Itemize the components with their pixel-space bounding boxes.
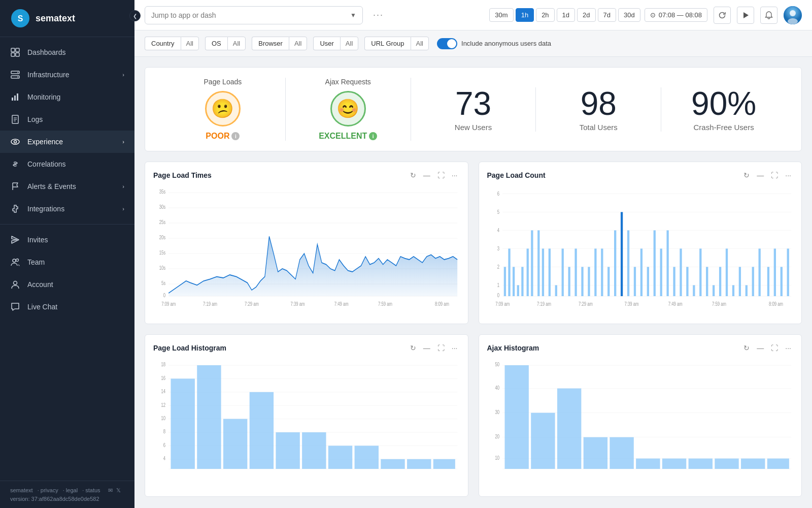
svg-rect-160 [636, 459, 660, 469]
footer-link-legal[interactable]: legal [66, 487, 78, 493]
time-btn-30d[interactable]: 30d [618, 8, 640, 22]
svg-text:0: 0 [497, 292, 499, 299]
sidebar-item-experience[interactable]: Experience › [0, 131, 134, 153]
chart-minimize-icon-3[interactable]: — [421, 343, 432, 353]
sidebar-item-live-chat[interactable]: Live Chat [0, 296, 134, 318]
filter-browser-value[interactable]: All [289, 37, 307, 50]
svg-text:8: 8 [163, 428, 165, 435]
sidebar-item-correlations[interactable]: Correlations [0, 153, 134, 175]
svg-text:5: 5 [497, 209, 499, 215]
chart-page-load-count: Page Load Count ↻ — ⛶ ··· 6 5 4 3 2 [479, 162, 802, 324]
sidebar-item-invites[interactable]: Invites [0, 229, 134, 251]
svg-text:5s: 5s [161, 280, 165, 287]
chart-refresh-icon-2[interactable]: ↻ [741, 170, 752, 180]
chart-minimize-icon-2[interactable]: — [755, 170, 766, 180]
chart-page-load-histogram-actions: ↻ — ⛶ ··· [408, 343, 460, 353]
svg-text:7:19 am: 7:19 am [203, 301, 217, 307]
svg-rect-11 [14, 96, 16, 101]
sidebar-item-live-chat-label: Live Chat [27, 303, 57, 311]
filter-user-value[interactable]: All [340, 37, 358, 50]
svg-text:7:49 am: 7:49 am [334, 301, 349, 307]
svg-text:40: 40 [495, 385, 499, 391]
page-loads-label: Page Loads [204, 78, 242, 86]
sidebar-item-alerts-events[interactable]: Alerts & Events › [0, 175, 134, 198]
filter-url-group-value[interactable]: All [411, 37, 429, 50]
chart-expand-icon[interactable]: ⛶ [435, 170, 447, 180]
sidebar-item-invites-label: Invites [27, 236, 48, 244]
chart-more-icon[interactable]: ··· [450, 170, 460, 180]
search-input[interactable] [151, 11, 347, 19]
sidebar-item-team[interactable]: Team [0, 251, 134, 273]
footer-link-sematext[interactable]: sematext [10, 487, 33, 493]
time-btn-1d[interactable]: 1d [557, 8, 575, 22]
time-btn-30m[interactable]: 30m [489, 8, 513, 22]
flag-icon [10, 181, 20, 192]
filter-country-value[interactable]: All [181, 37, 199, 50]
time-btn-7d[interactable]: 7d [598, 8, 616, 22]
svg-rect-95 [699, 248, 701, 296]
sidebar-item-integrations[interactable]: Integrations › [0, 198, 134, 220]
svg-text:4: 4 [163, 455, 165, 462]
ajax-requests-status: EXCELLENT i [319, 132, 377, 141]
chart-refresh-icon[interactable]: ↻ [408, 170, 418, 180]
refresh-button[interactable] [714, 7, 731, 24]
chart-expand-icon-3[interactable]: ⛶ [435, 343, 447, 353]
time-btn-2d[interactable]: 2d [577, 8, 595, 22]
svg-rect-158 [583, 437, 607, 469]
play-button[interactable] [737, 7, 754, 24]
svg-rect-2 [11, 48, 15, 52]
svg-text:14: 14 [161, 388, 166, 395]
footer-link-status[interactable]: status [85, 487, 100, 493]
svg-text:12: 12 [161, 401, 166, 408]
search-box[interactable]: ▼ [145, 6, 363, 24]
chart-more-icon-4[interactable]: ··· [783, 343, 793, 353]
sidebar-item-monitoring[interactable]: Monitoring [0, 86, 134, 108]
footer-link-privacy[interactable]: privacy [41, 487, 58, 493]
svg-text:25s: 25s [159, 219, 166, 226]
user-avatar[interactable] [784, 6, 802, 24]
time-btn-1h[interactable]: 1h [516, 8, 534, 22]
svg-text:10: 10 [495, 455, 499, 461]
chart-minimize-icon[interactable]: — [421, 170, 432, 180]
anonymous-toggle[interactable] [437, 38, 457, 49]
time-btn-2h[interactable]: 2h [536, 8, 554, 22]
chart-more-icon-2[interactable]: ··· [783, 170, 793, 180]
chart-minimize-icon-4[interactable]: — [755, 343, 766, 353]
sidebar-collapse-button[interactable]: ❮ [129, 10, 141, 21]
filter-url-group-label: URL Group [364, 37, 410, 50]
sidebar-item-dashboards-label: Dashboards [27, 48, 66, 56]
svg-point-19 [13, 259, 16, 262]
svg-rect-84 [627, 230, 629, 296]
chart-expand-icon-4[interactable]: ⛶ [769, 343, 780, 353]
chart-ajax-histogram-header: Ajax Histogram ↻ — ⛶ ··· [487, 343, 794, 353]
more-options-button[interactable]: ··· [373, 10, 384, 20]
svg-rect-68 [526, 248, 528, 296]
chart-refresh-icon-3[interactable]: ↻ [408, 343, 418, 353]
svg-rect-4 [11, 53, 15, 56]
svg-rect-74 [561, 248, 563, 296]
file-text-icon [10, 114, 20, 124]
stat-new-users: 73 New Users [411, 87, 536, 132]
chart-expand-icon-2[interactable]: ⛶ [769, 170, 780, 180]
notifications-button[interactable] [760, 7, 777, 24]
chart-page-load-count-actions: ↻ — ⛶ ··· [741, 170, 793, 180]
time-range-display[interactable]: ⊙ 07:08 — 08:08 [645, 8, 707, 22]
svg-rect-83 [620, 212, 622, 296]
chart-page-load-times-area: 35s 30s 25s 20s 15s 10s 5s 0 [153, 186, 460, 308]
dashboard: Page Loads 😕 POOR i Ajax Requests 😊 EXCE… [134, 57, 812, 508]
sidebar-item-integrations-label: Integrations [27, 205, 64, 213]
chart-refresh-icon-4[interactable]: ↻ [741, 343, 752, 353]
person-icon [10, 279, 20, 290]
sidebar-item-dashboards[interactable]: Dashboards [0, 41, 134, 64]
sidebar-item-logs[interactable]: Logs [0, 108, 134, 131]
sidebar-item-infrastructure[interactable]: Infrastructure › [0, 64, 134, 86]
chart-more-icon-3[interactable]: ··· [450, 343, 460, 353]
sidebar-item-account[interactable]: Account [0, 273, 134, 296]
ajax-requests-info-icon[interactable]: i [369, 132, 377, 140]
svg-text:35s: 35s [159, 188, 166, 195]
clock-icon: ⊙ [650, 11, 656, 19]
page-loads-info-icon[interactable]: i [231, 132, 240, 140]
filter-os-value[interactable]: All [227, 37, 246, 50]
chevron-right-icon: › [122, 72, 124, 78]
sidebar-item-logs-label: Logs [27, 115, 43, 123]
